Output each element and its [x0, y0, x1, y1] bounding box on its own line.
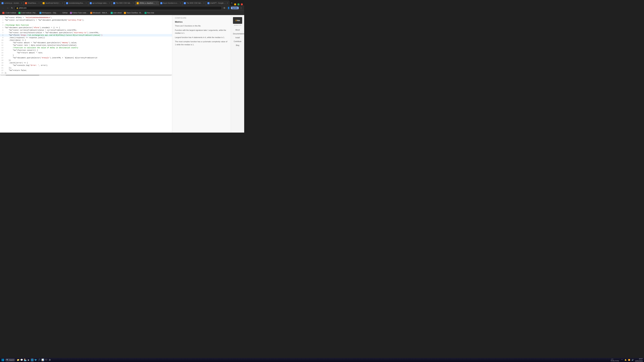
- line-content-10[interactable]: .then((data) => {: [5, 39, 172, 41]
- bookmark-item-7[interactable]: Stack Overflow - W...: [123, 11, 143, 14]
- line-content-1[interactable]: "kw">const APIKey = '4e21e51b8599ed099d6…: [5, 16, 172, 19]
- browser-tab-t9[interactable]: WThe W3C CSS Validation Servi...×: [182, 1, 206, 5]
- new-tab-button[interactable]: +: [230, 1, 234, 5]
- line-content-20[interactable]: "kw">console.log('Error: ', error);: [5, 64, 172, 67]
- scrollbar-track[interactable]: [1, 75, 172, 76]
- browser-tab-t1[interactable]: Ccurrency.js - revolutionising-fi...×: [0, 1, 24, 5]
- bookmark-item-8[interactable]: New chat: [144, 11, 155, 14]
- line-content-4[interactable]: //Exchange Rate Function: [5, 24, 172, 26]
- browser-tab-t3[interactable]: JJavaScript fetch() | talking to ...×: [41, 1, 64, 5]
- line-content-22[interactable]: "kw">return false;: [5, 69, 172, 72]
- profile-button[interactable]: 👤: [227, 6, 230, 10]
- tab-close-t3[interactable]: ×: [62, 2, 63, 4]
- close-button[interactable]: [241, 3, 243, 5]
- line-content-12[interactable]: "kw">const rate = data.conversion_rates[…: [5, 44, 172, 46]
- tab-close-t9[interactable]: ×: [204, 2, 204, 4]
- line-number-19: 19: [0, 62, 5, 64]
- line-content-9[interactable]: .then((response) => response.json()): [5, 36, 172, 39]
- forward-button[interactable]: →: [6, 6, 10, 10]
- line-content-15[interactable]: "kw">return amount * rate;: [5, 52, 172, 54]
- browser-tab-t4[interactable]: Rrevolutionising-finance-hack...×: [64, 1, 88, 5]
- tab-label-t4: revolutionising-finance-hack...: [69, 2, 85, 4]
- line-content-7[interactable]: "kw">const currencyToCountryValue = "kw"…: [5, 31, 172, 34]
- line-content-23[interactable]: };: [5, 72, 172, 74]
- jshint-nav-install[interactable]: Install: [232, 36, 243, 39]
- jshint-nav-about[interactable]: About: [232, 29, 243, 31]
- tab-close-t5[interactable]: ×: [109, 2, 110, 4]
- back-button[interactable]: ←: [1, 6, 5, 10]
- tab-close-t1[interactable]: ×: [21, 2, 22, 4]
- line-content-5[interactable]: "kw">document.querySelector('#form').ons…: [5, 26, 172, 29]
- line-content-13[interactable]: //Function to calculate the value of mon…: [5, 46, 172, 49]
- line-content-19[interactable]: .catch((error) => {: [5, 62, 172, 64]
- tab-close-t2[interactable]: ×: [38, 2, 40, 4]
- bookmarks-bar: | Code InstituteCode Institute | Hac...W…: [0, 11, 244, 15]
- browser-tab-t2[interactable]: SSmartVacations×: [24, 1, 41, 5]
- tab-close-t4[interactable]: ×: [86, 2, 87, 4]
- code-line-6: 6 "kw">const currencyFromCountryValue = …: [0, 29, 172, 31]
- browser-tab-t10[interactable]: GchatGPT - Google Search×: [206, 1, 230, 5]
- line-number-7: 7: [0, 31, 5, 34]
- browser-tab-t7[interactable]: JJSHint, a JavaScript Code Que...×: [135, 1, 159, 5]
- line-content-2[interactable]: "kw">const currencyFromCountry = "kw">do…: [5, 19, 172, 21]
- line-content-18[interactable]: }): [5, 59, 172, 62]
- tab-label-t10: chatGPT - Google Search: [210, 2, 226, 4]
- bookmark-item-6[interactable]: color wheel: [110, 11, 123, 14]
- jshint-nav-documentation[interactable]: Documentation: [232, 32, 243, 35]
- line-content-11[interactable]: "kw">const amount = "kw">document.queryS…: [5, 41, 172, 44]
- line-number-14: 14: [0, 49, 5, 52]
- code-area[interactable]: 1"kw">const APIKey = '4e21e51b8599ed099d…: [0, 15, 172, 133]
- scrollbar-thumb[interactable]: [6, 75, 39, 76]
- code-line-3: 3: [0, 21, 172, 24]
- bookmark-item-1[interactable]: Code Institute | Hac...: [18, 11, 38, 14]
- code-line-21: 21 });: [0, 67, 172, 69]
- reload-button[interactable]: ↻: [10, 6, 14, 10]
- update-button[interactable]: Update: [231, 7, 239, 9]
- bookmark-item-0[interactable]: | Code Institute: [1, 11, 17, 14]
- tab-close-t10[interactable]: ×: [227, 2, 228, 4]
- tab-close-t6[interactable]: ×: [133, 2, 134, 4]
- horizontal-scrollbar[interactable]: [0, 74, 172, 76]
- tab-favicon-t10: G: [208, 2, 210, 4]
- tab-close-t8[interactable]: ×: [180, 2, 181, 4]
- browser-tab-t6[interactable]: WThe W3C CSS Validation Servi...×: [112, 1, 135, 5]
- lock-icon: 🔒: [16, 7, 18, 9]
- tab-favicon-t1: C: [2, 2, 4, 4]
- line-content-14[interactable]: "kw">function convert() {: [5, 49, 172, 52]
- line-number-8: 8: [0, 34, 5, 36]
- address-bar[interactable]: 🔒 jshint.com: [14, 6, 222, 10]
- line-number-1: 1: [0, 16, 5, 19]
- line-content-16[interactable]: }: [5, 54, 172, 57]
- tab-favicon-t5: G: [90, 2, 92, 4]
- bookmark-item-4[interactable]: Python Tutor code:...: [69, 11, 89, 14]
- minimize-button[interactable]: [234, 3, 236, 5]
- code-line-5: 5"kw">document.querySelector('#form').on…: [0, 26, 172, 29]
- browser-tab-t5[interactable]: Gapi exchange rates - Google S...×: [88, 1, 112, 5]
- bookmark-item-3[interactable]: GitHub: [59, 11, 68, 14]
- bookmark-item-5[interactable]: Windows5 - Web A...: [89, 11, 109, 14]
- tab-close-t7[interactable]: ×: [156, 2, 157, 4]
- bookmark-item-2[interactable]: Workspaces – Gitp...: [38, 11, 58, 14]
- browser-tab-t8[interactable]: AAsync function is only availabl...×: [159, 1, 182, 5]
- menu-button[interactable]: ⋮: [239, 6, 243, 10]
- tab-favicon-t4: R: [66, 2, 68, 4]
- code-line-9: 9 .then((response) => response.json()): [0, 36, 172, 39]
- line-number-22: 22: [0, 69, 5, 72]
- jshint-sidebar: JSHint version 2.13 About Documentation …: [231, 15, 244, 133]
- line-number-23: 23: [0, 72, 5, 74]
- line-content-17[interactable]: "kw">document.querySelector('#result').i…: [5, 57, 172, 59]
- maximize-button[interactable]: [238, 3, 240, 5]
- jshint-logo: JSHint: [233, 17, 242, 24]
- code-line-11: 11 "kw">const amount = "kw">document.que…: [0, 41, 172, 44]
- extensions-button[interactable]: ⚙: [222, 6, 226, 10]
- bookmark-label-0: | Code Institute: [5, 12, 16, 14]
- jshint-nav-contribute[interactable]: Contribute: [232, 40, 243, 43]
- jshint-nav-blog[interactable]: Blog: [232, 44, 243, 46]
- line-content-6[interactable]: "kw">const currencyFromCountryValue = cu…: [5, 29, 172, 31]
- tab-favicon-t7: J: [137, 2, 139, 4]
- jshint-logo-hint: Hint: [237, 19, 240, 21]
- bookmark-favicon-8: [144, 12, 146, 14]
- line-content-8[interactable]: "kw">fetch(`https://v6.exchangerate-api.…: [5, 34, 172, 36]
- line-content-21[interactable]: });: [5, 67, 172, 69]
- bookmark-label-3: GitHub: [62, 12, 68, 14]
